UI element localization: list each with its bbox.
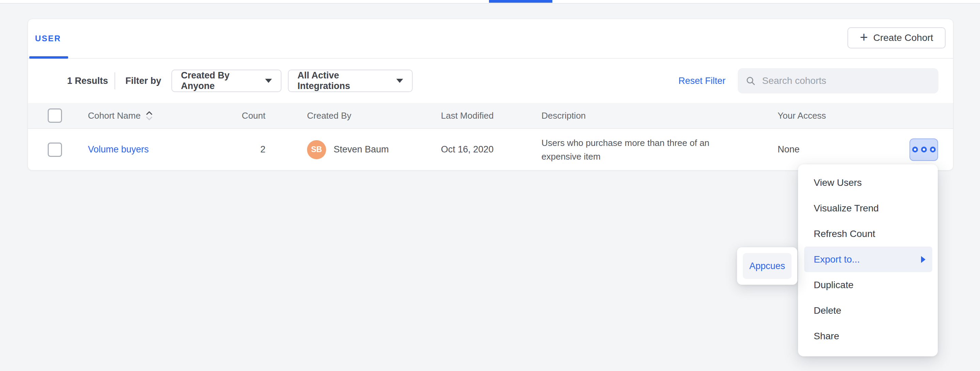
top-tab-strip bbox=[0, 0, 980, 4]
header-checkbox-cell bbox=[28, 108, 88, 123]
create-cohort-button[interactable]: + Create Cohort bbox=[848, 27, 946, 48]
created-by-cell: SB Steven Baum bbox=[274, 140, 441, 159]
cohort-name-link[interactable]: Volume buyers bbox=[88, 144, 149, 155]
ellipsis-dot-icon bbox=[930, 146, 936, 153]
tab-user[interactable]: USER bbox=[29, 19, 67, 58]
your-access-value: None bbox=[778, 144, 800, 155]
header-cohort-name-label: Cohort Name bbox=[88, 110, 141, 121]
your-access-cell: None bbox=[770, 139, 953, 161]
plus-icon: + bbox=[860, 30, 867, 44]
integrations-dropdown[interactable]: All Active Integrations bbox=[288, 70, 413, 92]
ellipsis-dot-icon bbox=[912, 146, 918, 153]
cohorts-card: USER + Create Cohort 1 Results Filter by… bbox=[28, 19, 953, 170]
search-box[interactable] bbox=[738, 68, 939, 94]
export-submenu: Appcues bbox=[737, 247, 797, 285]
created-by-dropdown[interactable]: Created By Anyone bbox=[172, 70, 282, 92]
header-your-access: Your Access bbox=[770, 110, 953, 121]
menu-item-refresh-count[interactable]: Refresh Count bbox=[798, 221, 938, 247]
header-cohort-name[interactable]: Cohort Name bbox=[88, 110, 239, 121]
header-created-by: Created By bbox=[274, 110, 441, 121]
table-header-row: Cohort Name Count Created By Last Modifi… bbox=[28, 103, 953, 129]
row-checkbox-cell bbox=[28, 143, 88, 157]
reset-filter-link[interactable]: Reset Filter bbox=[678, 76, 725, 86]
select-all-checkbox[interactable] bbox=[48, 108, 62, 123]
row-context-menu: View Users Visualize Trend Refresh Count… bbox=[798, 164, 938, 356]
last-modified-value: Oct 16, 2020 bbox=[441, 144, 541, 155]
filter-by-label: Filter by bbox=[126, 76, 161, 86]
menu-item-visualize-trend[interactable]: Visualize Trend bbox=[798, 195, 938, 221]
menu-item-delete[interactable]: Delete bbox=[798, 298, 938, 323]
integrations-dropdown-value: All Active Integrations bbox=[298, 70, 390, 91]
avatar: SB bbox=[307, 140, 326, 159]
ellipsis-dot-icon bbox=[921, 146, 927, 153]
created-by-dropdown-value: Created By Anyone bbox=[181, 70, 258, 91]
menu-item-share[interactable]: Share bbox=[798, 323, 938, 349]
row-checkbox[interactable] bbox=[48, 143, 62, 157]
search-cohorts-input[interactable] bbox=[761, 75, 930, 87]
created-by-name: Steven Baum bbox=[334, 144, 389, 155]
header-description: Description bbox=[541, 110, 770, 121]
description-cell: Users who purchase more than three of an… bbox=[541, 136, 770, 163]
menu-item-view-users[interactable]: View Users bbox=[798, 170, 938, 195]
cohort-count: 2 bbox=[239, 144, 274, 155]
menu-item-duplicate[interactable]: Duplicate bbox=[798, 272, 938, 298]
header-last-modified: Last Modified bbox=[441, 110, 541, 121]
cohorts-page: USER + Create Cohort 1 Results Filter by… bbox=[0, 0, 980, 371]
filter-divider bbox=[115, 72, 115, 89]
menu-item-export-to-label: Export to... bbox=[814, 254, 860, 265]
filter-bar: 1 Results Filter by Created By Anyone Al… bbox=[28, 59, 953, 103]
chevron-down-icon bbox=[265, 79, 272, 83]
table-row: Volume buyers 2 SB Steven Baum Oct 16, 2… bbox=[28, 129, 953, 170]
search-icon bbox=[746, 76, 755, 86]
results-count: 1 Results bbox=[67, 76, 108, 86]
tab-user-underline bbox=[29, 56, 68, 59]
card-tab-bar: USER + Create Cohort bbox=[28, 19, 953, 59]
menu-item-export-to[interactable]: Export to... bbox=[804, 247, 932, 272]
submenu-item-appcues[interactable]: Appcues bbox=[743, 253, 792, 279]
tab-user-label: USER bbox=[35, 34, 61, 43]
header-count: Count bbox=[239, 110, 274, 121]
more-options-button[interactable] bbox=[910, 139, 938, 161]
cohort-name-cell: Volume buyers bbox=[88, 144, 239, 155]
create-cohort-label: Create Cohort bbox=[873, 32, 933, 43]
chevron-down-icon bbox=[396, 79, 403, 83]
submenu-arrow-icon bbox=[921, 256, 926, 263]
active-tab-indicator bbox=[489, 0, 552, 3]
description-text: Users who purchase more than three of an… bbox=[541, 136, 734, 163]
sort-icon[interactable] bbox=[145, 110, 153, 121]
